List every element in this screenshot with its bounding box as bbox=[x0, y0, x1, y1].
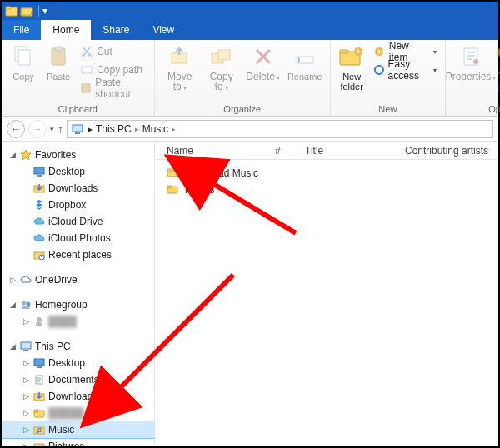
chevron-right-icon[interactable]: ▸ bbox=[88, 123, 92, 135]
divider bbox=[38, 5, 39, 17]
tree-label: Pictures bbox=[48, 441, 84, 446]
copy-path-button[interactable]: Copy path bbox=[78, 62, 148, 78]
expand-icon[interactable]: ▷ bbox=[8, 276, 17, 284]
ribbon-group-clipboard: Copy Paste Cut Copy path bbox=[2, 40, 155, 116]
svg-rect-4 bbox=[18, 50, 30, 65]
col-artists[interactable]: Contributing artists bbox=[398, 145, 498, 157]
file-name: Download Music bbox=[185, 167, 258, 179]
tree-item[interactable]: ▷Desktop bbox=[2, 355, 154, 371]
expand-icon[interactable]: ▷ bbox=[22, 409, 30, 417]
tree-label: Documents bbox=[48, 374, 99, 386]
svg-rect-27 bbox=[72, 125, 82, 132]
col-title[interactable]: Title bbox=[298, 145, 398, 157]
ribbon-group-open: Properties▾ Open▾ Edit History bbox=[446, 40, 500, 116]
rename-button[interactable]: Rename bbox=[287, 43, 323, 82]
svg-rect-17 bbox=[340, 50, 348, 53]
expand-icon[interactable]: ▷ bbox=[22, 376, 30, 384]
tree-item[interactable]: ▷Downloads bbox=[2, 180, 154, 197]
tree-item[interactable]: ▷Documents bbox=[2, 371, 154, 388]
icloud-icon bbox=[32, 231, 46, 245]
col-name[interactable]: Name bbox=[160, 145, 268, 157]
file-row[interactable]: Download Music bbox=[155, 165, 498, 182]
collapse-icon[interactable]: ◢ bbox=[8, 342, 17, 351]
easy-access-label: Easy access bbox=[388, 58, 428, 82]
breadcrumb-folder[interactable]: Music▸ bbox=[142, 123, 176, 135]
file-row[interactable]: iTunes bbox=[155, 182, 498, 198]
ribbon-group-organize: Move to▾ Copy to▾ Delete▾ Rename Organiz… bbox=[155, 40, 331, 116]
up-button[interactable]: ↑ bbox=[58, 122, 63, 136]
paste-icon bbox=[45, 43, 72, 70]
paste-button[interactable]: Paste bbox=[43, 43, 73, 82]
new-folder-button[interactable]: New folder bbox=[338, 43, 367, 92]
properties-label: Properties▾ bbox=[446, 72, 497, 83]
expand-icon[interactable]: ▷ bbox=[22, 442, 30, 446]
tree-label: Downloads bbox=[48, 182, 98, 194]
open-icon bbox=[496, 45, 500, 58]
expand-icon[interactable]: ▷ bbox=[22, 359, 30, 367]
collapse-icon[interactable]: ◢ bbox=[8, 151, 17, 159]
tree-label: OneDrive bbox=[35, 274, 78, 286]
paste-shortcut-button[interactable]: Paste shortcut bbox=[78, 80, 148, 97]
svg-point-49 bbox=[39, 431, 41, 432]
content-pane: Name # Title Contributing artists Downlo… bbox=[155, 142, 498, 446]
folder-icon bbox=[167, 183, 180, 197]
svg-rect-42 bbox=[37, 366, 42, 368]
easy-access-button[interactable]: Easy access▾ bbox=[372, 62, 438, 78]
copy-button[interactable]: Copy bbox=[8, 43, 38, 82]
forward-button[interactable]: → bbox=[28, 120, 47, 138]
tree-item-music[interactable]: ▷Music bbox=[2, 421, 154, 438]
edit-button[interactable]: Edit bbox=[494, 62, 500, 78]
tree-item[interactable]: ▷Downloads bbox=[2, 388, 154, 405]
tree-item-homegroup-user[interactable]: ▷ ████ bbox=[2, 313, 154, 330]
address-bar[interactable]: ▸ This PC▸ Music▸ bbox=[67, 120, 493, 138]
body: ◢ Favorites ▷Desktop▷Downloads▷Dropbox▷i… bbox=[2, 142, 498, 446]
tree-header-thispc[interactable]: ◢ This PC bbox=[2, 338, 154, 355]
cut-button[interactable]: Cut bbox=[78, 43, 148, 60]
open-button[interactable]: Open▾ bbox=[494, 43, 500, 60]
expand-icon[interactable]: ▷ bbox=[22, 426, 30, 434]
explorer-window: ▾ File Home Share View Copy Paste bbox=[0, 0, 500, 448]
tree-header-favorites[interactable]: ◢ Favorites bbox=[2, 147, 154, 163]
recent-locations-button[interactable]: ▾ bbox=[50, 125, 54, 133]
new-item-icon bbox=[373, 45, 386, 58]
breadcrumb-root[interactable]: This PC▸ bbox=[96, 123, 139, 135]
copy-path-label: Copy path bbox=[97, 64, 142, 76]
easy-access-icon bbox=[373, 63, 385, 77]
history-icon bbox=[496, 82, 500, 95]
qat-overflow-icon[interactable]: ▾ bbox=[42, 5, 48, 17]
tab-home[interactable]: Home bbox=[41, 20, 91, 40]
ribbon: Copy Paste Cut Copy path bbox=[2, 40, 498, 117]
new-item-button[interactable]: New item▾ bbox=[372, 43, 438, 60]
col-number[interactable]: # bbox=[268, 145, 298, 157]
collapse-icon[interactable]: ◢ bbox=[8, 301, 17, 309]
move-to-button[interactable]: Move to▾ bbox=[162, 43, 198, 93]
expand-icon[interactable]: ▷ bbox=[22, 317, 30, 326]
tree-item[interactable]: ▷Pictures bbox=[2, 438, 154, 446]
edit-icon bbox=[496, 63, 500, 77]
file-list: Download MusiciTunes bbox=[155, 160, 498, 203]
tab-share[interactable]: Share bbox=[91, 20, 141, 40]
tab-file[interactable]: File bbox=[2, 20, 41, 40]
svg-rect-1 bbox=[6, 7, 11, 9]
tab-view[interactable]: View bbox=[141, 20, 186, 40]
tree-item[interactable]: ▷Desktop bbox=[2, 163, 154, 180]
tree-item[interactable]: ▷█████ bbox=[2, 405, 154, 421]
history-button[interactable]: History bbox=[494, 80, 500, 97]
downloads-icon bbox=[32, 390, 46, 403]
tree-item[interactable]: ▷Recent places bbox=[2, 246, 154, 263]
tree-label: ████ bbox=[48, 316, 77, 327]
tree-header-onedrive[interactable]: ▷ OneDrive bbox=[2, 271, 154, 288]
back-button[interactable]: ← bbox=[7, 120, 25, 138]
expand-icon[interactable]: ▷ bbox=[22, 392, 30, 401]
svg-point-37 bbox=[37, 317, 42, 322]
delete-button[interactable]: Delete▾ bbox=[245, 43, 282, 83]
tree-item[interactable]: ▷Dropbox bbox=[2, 197, 154, 213]
tree-item[interactable]: ▷iCloud Photos bbox=[2, 230, 154, 246]
copy-to-button[interactable]: Copy to▾ bbox=[203, 43, 240, 93]
rename-icon bbox=[292, 43, 318, 70]
rename-label: Rename bbox=[288, 72, 322, 82]
properties-button[interactable]: Properties▾ bbox=[452, 43, 489, 83]
svg-rect-39 bbox=[21, 342, 31, 349]
tree-item[interactable]: ▷iCloud Drive bbox=[2, 213, 154, 230]
tree-header-homegroup[interactable]: ◢ Homegroup bbox=[2, 296, 154, 313]
